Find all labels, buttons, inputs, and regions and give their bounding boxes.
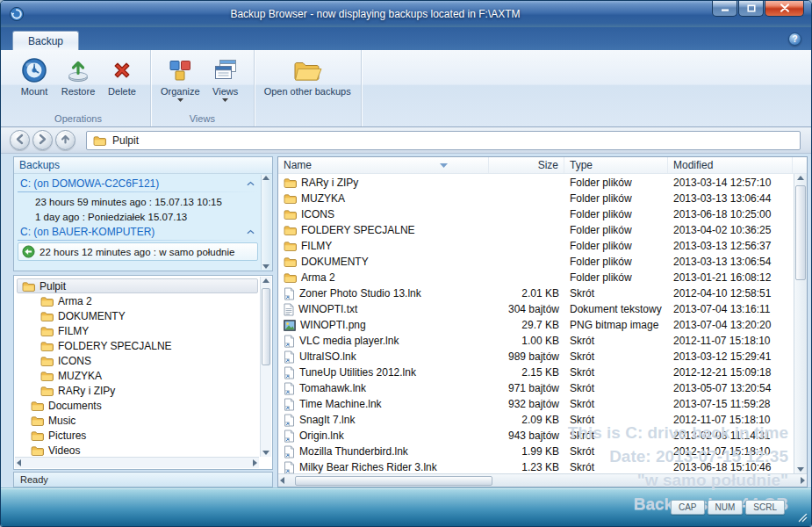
file-type-cell: Skrót xyxy=(564,398,668,410)
backup-group-header[interactable]: C: (on BAUER-KOMPUTER) xyxy=(18,224,258,240)
close-button[interactable] xyxy=(765,0,804,17)
folder-icon xyxy=(31,415,44,426)
tree-item-dokumenty[interactable]: DOKUMENTY xyxy=(17,308,258,323)
tree-item-rary-i-zipy[interactable]: RARy i ZIPy xyxy=(17,383,258,398)
tree-item-foldery-specjalne[interactable]: FOLDERY SPECJALNE xyxy=(17,338,258,353)
backups-scrollbar[interactable] xyxy=(261,175,271,270)
file-row[interactable]: SnagIt 7.lnk2.09 KBSkrót2012-11-07 15:18… xyxy=(278,412,807,428)
file-row[interactable]: Time Machine.lnk932 bajtówSkrót2013-07-1… xyxy=(278,396,807,412)
scroll-down-icon[interactable] xyxy=(797,467,804,472)
text-file-icon xyxy=(284,303,294,316)
ribbon-button-restore[interactable]: Restore xyxy=(56,53,100,98)
scroll-down-icon[interactable] xyxy=(262,451,269,455)
folder-icon xyxy=(22,281,35,292)
file-row[interactable]: Origin.lnk943 bajtówSkrót2013-02-08 11:1… xyxy=(278,428,807,444)
file-row[interactable]: UltraISO.lnk989 bajtówSkrót2013-03-12 15… xyxy=(278,349,807,365)
up-icon xyxy=(60,133,71,148)
file-row[interactable]: TuneUp Utilities 2012.lnk2.15 KBSkrót201… xyxy=(278,365,807,380)
file-name: UltraISO.lnk xyxy=(299,350,356,363)
backup-item[interactable]: 1 day ago : Poniedziałek 15.07.13 xyxy=(18,209,258,224)
file-name-cell: UltraISO.lnk xyxy=(278,350,489,364)
ribbon-button-open-other-backups[interactable]: Open other backups xyxy=(261,53,355,98)
file-row[interactable]: FILMYFolder plików2013-03-13 12:56:37 xyxy=(278,238,807,254)
ribbon-button-views[interactable]: Views xyxy=(204,53,248,104)
file-modified-cell: 2013-04-02 10:36:25 xyxy=(668,224,793,236)
tree-horizontal-scrollbar[interactable] xyxy=(15,457,259,468)
column-header-modified[interactable]: Modified xyxy=(668,157,793,173)
scrollbar-thumb[interactable] xyxy=(295,476,492,486)
up-button[interactable] xyxy=(55,130,75,150)
tree-item-music[interactable]: Music xyxy=(17,413,258,428)
file-row[interactable]: DOKUMENTYFolder plików2013-03-13 13:06:5… xyxy=(278,254,807,270)
tree-item-muzyka[interactable]: MUZYKA xyxy=(17,368,258,383)
address-bar[interactable]: Pulpit xyxy=(86,131,801,150)
tree-item-label: DOKUMENTY xyxy=(58,310,126,322)
breadcrumb-item-pulpit[interactable]: Pulpit xyxy=(112,134,139,147)
tree-item-label: Videos xyxy=(48,444,80,457)
scrollbar-thumb[interactable] xyxy=(262,288,270,365)
backup-item[interactable]: 22 hours 12 minutes ago : w samo południ… xyxy=(18,242,258,261)
shortcut-icon xyxy=(284,461,295,474)
column-header-type[interactable]: Type xyxy=(564,157,668,173)
back-button[interactable] xyxy=(10,130,30,150)
backup-group-header[interactable]: C: (on DOMOWA-C2C6F121) xyxy=(18,176,258,191)
scrollbar-thumb[interactable] xyxy=(795,185,806,280)
tree-vertical-scrollbar[interactable] xyxy=(260,277,271,457)
file-row[interactable]: Milky Bear Riches Rider 3.lnk1.23 KBSkró… xyxy=(278,459,807,473)
scroll-left-icon[interactable] xyxy=(280,477,284,484)
file-row[interactable]: WINOPTI.png29.7 KBPNG bitmap image2013-0… xyxy=(278,317,807,333)
ribbon-button-mount[interactable]: Mount xyxy=(12,53,56,98)
file-type-cell: Skrót xyxy=(564,366,668,379)
scroll-down-icon[interactable] xyxy=(262,264,269,269)
resize-grip[interactable] xyxy=(795,510,808,523)
file-row[interactable]: MUZYKAFolder plików2013-03-13 13:06:44 xyxy=(278,191,807,206)
file-row[interactable]: RARy i ZIPyFolder plików2013-03-14 12:57… xyxy=(278,175,807,191)
ribbon-button-organize[interactable]: Organize xyxy=(157,53,204,104)
file-row[interactable]: WINOPTI.txt304 bajtówDokument tekstowy20… xyxy=(278,301,807,317)
tree-item-arma-2[interactable]: Arma 2 xyxy=(17,293,258,308)
shortcut-icon xyxy=(284,366,295,379)
tree-item-filmy[interactable]: FILMY xyxy=(17,323,258,338)
ribbon-group-label xyxy=(261,112,355,126)
ribbon-button-label: Mount xyxy=(21,86,48,97)
backups-panel: Backups C: (on DOMOWA-C2C6F121)23 hours … xyxy=(13,156,273,271)
tab-backup[interactable]: Backup xyxy=(12,31,79,50)
titlebar[interactable]: Backup Browser - now displaying backups … xyxy=(1,1,811,27)
scroll-up-icon[interactable] xyxy=(797,176,804,180)
file-name: ICONS xyxy=(301,208,334,220)
ribbon-button-delete[interactable]: Delete xyxy=(100,53,144,98)
ribbon-buttons: Open other backups xyxy=(261,53,355,112)
column-header-size[interactable]: Size xyxy=(489,157,564,173)
file-row[interactable]: VLC media player.lnk1.00 KBSkrót2012-11-… xyxy=(278,333,807,349)
file-modified-cell: 2013-03-13 13:06:44 xyxy=(668,192,793,205)
forward-button[interactable] xyxy=(32,130,53,150)
tree-item-icons[interactable]: ICONS xyxy=(17,353,258,368)
file-row[interactable]: Tomahawk.lnk971 bajtówSkrót2013-05-07 13… xyxy=(278,380,807,396)
help-button[interactable]: ? xyxy=(788,32,801,46)
scroll-up-icon[interactable] xyxy=(262,278,269,283)
scroll-left-icon[interactable] xyxy=(17,459,21,466)
column-header-name[interactable]: Name xyxy=(278,157,489,173)
maximize-button[interactable] xyxy=(738,0,764,17)
file-row[interactable]: Mozilla Thunderbird.lnk1.99 KBSkrót2012-… xyxy=(278,444,807,459)
file-modified-cell: 2013-03-12 15:29:41 xyxy=(668,350,793,363)
minimize-button[interactable] xyxy=(712,0,737,17)
tree-item-label: MUZYKA xyxy=(58,370,102,382)
list-horizontal-scrollbar[interactable] xyxy=(278,473,807,487)
folder-icon xyxy=(93,135,106,146)
tree-item-pulpit[interactable]: Pulpit xyxy=(17,278,258,293)
tree-item-pictures[interactable]: Pictures xyxy=(17,428,258,443)
ribbon-button-label: Delete xyxy=(108,86,136,97)
scroll-up-icon[interactable] xyxy=(262,176,269,180)
tree-item-documents[interactable]: Documents xyxy=(17,398,258,413)
list-vertical-scrollbar[interactable] xyxy=(794,174,807,473)
tree-item-videos[interactable]: Videos xyxy=(17,443,258,458)
file-row[interactable]: ICONSFolder plików2013-06-18 10:25:00 xyxy=(278,206,807,222)
file-row[interactable]: FOLDERY SPECJALNEFolder plików2013-04-02… xyxy=(278,222,807,238)
scroll-right-icon[interactable] xyxy=(801,477,805,484)
scroll-right-icon[interactable] xyxy=(253,459,257,466)
backup-item[interactable]: 23 hours 59 minutes ago : 15.07.13 10:15 xyxy=(18,194,258,209)
file-row[interactable]: Zoner Photo Studio 13.lnk2.01 KBSkrót201… xyxy=(278,285,807,301)
file-row[interactable]: Arma 2Folder plików2013-01-21 16:08:12 xyxy=(278,270,807,285)
ribbon-button-label: Organize xyxy=(161,86,200,97)
